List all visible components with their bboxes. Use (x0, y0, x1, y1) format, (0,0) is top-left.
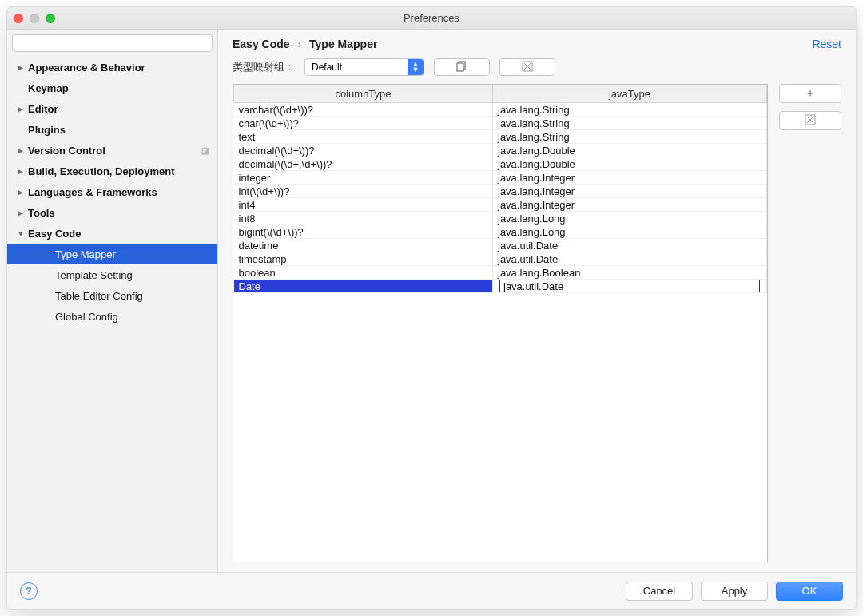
sidebar-item-version-control[interactable]: ►Version Control◪ (7, 140, 217, 161)
column-header-columntype[interactable]: columnType (234, 85, 493, 103)
sidebar-item-table-editor-config[interactable]: Table Editor Config (7, 285, 217, 306)
cell-javatype[interactable]: java.lang.String (493, 103, 767, 117)
toolbar: 类型映射组： Default ▲▼ (218, 50, 856, 84)
cell-javatype[interactable]: java.lang.Long (493, 212, 767, 225)
table-row[interactable]: int8java.lang.Long (234, 212, 767, 225)
column-header-javatype[interactable]: javaType (493, 85, 767, 103)
chevron-right-icon: › (297, 38, 301, 50)
footer: ? Cancel Apply OK (7, 572, 856, 609)
sidebar-item-editor[interactable]: ►Editor (7, 98, 217, 119)
cell-javatype[interactable]: java.lang.String (493, 130, 767, 144)
cell-columntype[interactable]: integer (234, 171, 493, 185)
expand-arrow-icon[interactable]: ► (17, 105, 25, 113)
expand-arrow-icon[interactable]: ► (17, 209, 25, 217)
cell-columntype[interactable]: decimal(\(\d+\))? (234, 144, 493, 157)
delete-group-button[interactable] (499, 58, 555, 76)
cancel-button[interactable]: Cancel (626, 582, 693, 601)
sidebar-item-label: Keymap (28, 82, 69, 94)
table-row[interactable]: decimal(\(\d+,\d+\))?java.lang.Double (234, 157, 767, 171)
cell-javatype[interactable]: java.util.Date (493, 252, 767, 266)
cell-columntype[interactable]: char(\(\d+\))? (234, 117, 493, 130)
cell-columntype[interactable]: int(\(\d+\))? (234, 185, 493, 198)
sidebar-item-easy-code[interactable]: ▼Easy Code (7, 223, 217, 244)
sidebar-item-template-setting[interactable]: Template Setting (7, 264, 217, 285)
plus-icon: ＋ (805, 86, 816, 101)
sidebar-item-label: Template Setting (55, 269, 133, 281)
table-row[interactable]: textjava.lang.String (234, 130, 767, 144)
cell-javatype[interactable]: java.lang.Boolean (493, 266, 767, 280)
table-row[interactable]: decimal(\(\d+\))?java.lang.Double (234, 144, 767, 157)
sidebar-item-type-mapper[interactable]: Type Mapper (7, 244, 217, 264)
sidebar-item-label: Tools (28, 207, 55, 219)
sidebar-item-label: Languages & Frameworks (28, 186, 157, 198)
table-row[interactable]: datetimejava.util.Date (234, 239, 767, 252)
sidebar-item-label: Version Control (28, 145, 105, 157)
sidebar-item-label: Build, Execution, Deployment (28, 165, 174, 177)
cell-columntype[interactable]: bigint(\(\d+\))? (234, 225, 493, 239)
cell-columntype[interactable]: Date (234, 280, 493, 293)
cell-javatype[interactable]: java.lang.Integer (493, 171, 767, 185)
table-row[interactable]: varchar(\(\d+\))?java.lang.String (234, 103, 767, 117)
sidebar-item-appearance-behavior[interactable]: ►Appearance & Behavior (7, 57, 217, 77)
sidebar-item-global-config[interactable]: Global Config (7, 306, 217, 327)
remove-row-button[interactable] (779, 111, 841, 130)
help-button[interactable]: ? (20, 582, 38, 600)
cell-javatype[interactable]: java.util.Date (493, 239, 767, 252)
cell-javatype[interactable]: java.lang.String (493, 117, 767, 130)
cell-columntype[interactable]: int8 (234, 212, 493, 225)
cell-javatype[interactable]: java.lang.Double (493, 144, 767, 157)
table-row[interactable]: Datejava.util.Date (234, 280, 767, 293)
cell-columntype[interactable]: decimal(\(\d+,\d+\))? (234, 157, 493, 171)
x-box-icon (805, 114, 816, 128)
table-row[interactable]: integerjava.lang.Integer (234, 171, 767, 185)
sidebar-item-label: Type Mapper (55, 248, 116, 260)
cell-javatype[interactable]: java.util.Date (493, 280, 767, 293)
cell-javatype[interactable]: java.lang.Integer (493, 198, 767, 212)
cell-columntype[interactable]: timestamp (234, 252, 493, 266)
group-select-value: Default (312, 62, 342, 73)
cell-columntype[interactable]: int4 (234, 198, 493, 212)
cell-columntype[interactable]: text (234, 130, 493, 144)
apply-button[interactable]: Apply (701, 582, 768, 601)
sidebar-item-label: Easy Code (28, 228, 81, 240)
expand-arrow-icon[interactable]: ► (17, 146, 25, 155)
table-row[interactable]: int4java.lang.Integer (234, 198, 767, 212)
type-mapper-table[interactable]: columnType javaType varchar(\(\d+\))?jav… (233, 84, 768, 562)
ok-button[interactable]: OK (776, 582, 843, 601)
cell-columntype[interactable]: boolean (234, 266, 493, 280)
cell-javatype[interactable]: java.lang.Double (493, 157, 767, 171)
group-select[interactable]: Default ▲▼ (304, 58, 424, 76)
titlebar: Preferences (7, 7, 856, 30)
sidebar-item-build-execution-deployment[interactable]: ►Build, Execution, Deployment (7, 161, 217, 181)
x-box-icon (522, 61, 533, 74)
expand-arrow-icon[interactable]: ▼ (17, 229, 25, 238)
reset-link[interactable]: Reset (812, 38, 841, 50)
cell-javatype[interactable]: java.lang.Integer (493, 185, 767, 198)
add-row-button[interactable]: ＋ (779, 84, 841, 103)
table-row[interactable]: bigint(\(\d+\))?java.lang.Long (234, 225, 767, 239)
table-row[interactable]: booleanjava.lang.Boolean (234, 266, 767, 280)
breadcrumb: Easy Code › Type Mapper (233, 38, 377, 50)
project-icon: ◪ (201, 145, 209, 156)
cell-javatype[interactable]: java.lang.Long (493, 225, 767, 239)
sidebar-item-tools[interactable]: ►Tools (7, 202, 217, 223)
expand-arrow-icon[interactable]: ► (17, 63, 25, 72)
copy-group-button[interactable] (434, 58, 490, 76)
cell-columntype[interactable]: varchar(\(\d+\))? (234, 103, 493, 117)
breadcrumb-root[interactable]: Easy Code (233, 38, 290, 50)
search-input[interactable] (12, 34, 213, 52)
expand-arrow-icon[interactable]: ► (17, 188, 25, 197)
cell-editor[interactable]: java.util.Date (499, 280, 760, 292)
cell-columntype[interactable]: datetime (234, 239, 493, 252)
group-label: 类型映射组： (233, 60, 295, 74)
sidebar-item-keymap[interactable]: Keymap (7, 77, 217, 98)
svg-rect-1 (457, 63, 463, 71)
table-row[interactable]: char(\(\d+\))?java.lang.String (234, 117, 767, 130)
table-row[interactable]: int(\(\d+\))?java.lang.Integer (234, 185, 767, 198)
content-area: Easy Code › Type Mapper Reset 类型映射组： Def… (218, 30, 856, 572)
sidebar-item-label: Global Config (55, 311, 118, 323)
sidebar-item-languages-frameworks[interactable]: ►Languages & Frameworks (7, 181, 217, 202)
sidebar-item-plugins[interactable]: Plugins (7, 119, 217, 140)
table-row[interactable]: timestampjava.util.Date (234, 252, 767, 266)
expand-arrow-icon[interactable]: ► (17, 167, 25, 176)
